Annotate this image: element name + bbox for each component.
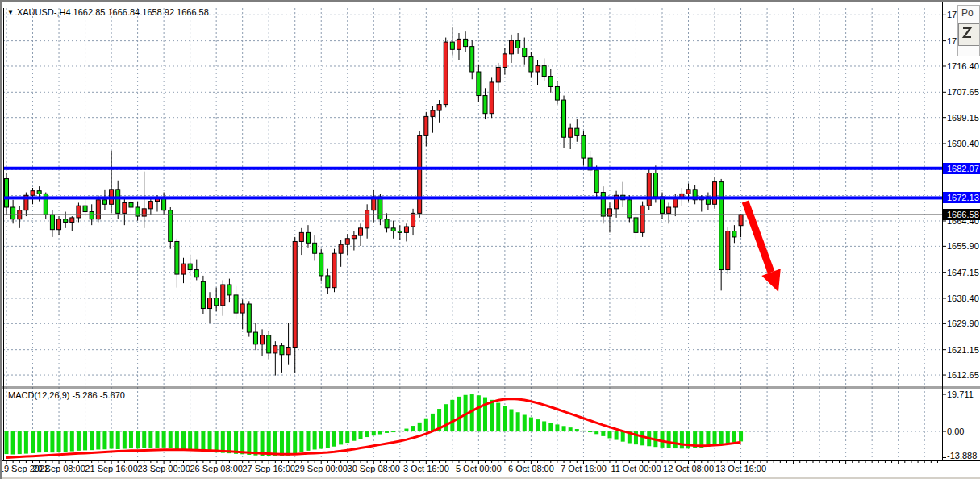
macd-scale-label: -13.888	[947, 451, 977, 460]
partial-popup: Po	[957, 5, 980, 56]
candle	[352, 235, 356, 239]
macd-histogram-bar	[529, 418, 533, 432]
macd-histogram-bar	[523, 415, 527, 432]
time-axis-label: 11 Oct 00:00	[611, 464, 661, 473]
price-axis-label: 1638.40	[947, 294, 979, 303]
price-axis-label: 1647.15	[947, 268, 979, 277]
candle	[424, 116, 428, 135]
time-axis-label: 30 Sep 08:00	[348, 464, 400, 473]
time-axis-label: 5 Oct 00:00	[456, 464, 502, 473]
macd-histogram-bar	[542, 421, 546, 431]
candle	[319, 253, 323, 276]
macd-histogram-bar	[208, 431, 212, 452]
candle	[175, 241, 179, 274]
time-axis-label: 23 Sep 00:00	[137, 464, 190, 473]
ohlc-high: 1666.84	[107, 7, 140, 17]
macd-histogram-bar	[615, 431, 619, 440]
candle	[37, 191, 41, 194]
candle	[11, 207, 15, 219]
macd-histogram-bar	[496, 403, 500, 431]
macd-histogram-bar	[37, 431, 41, 452]
macd-histogram-bar	[123, 431, 127, 448]
candle	[240, 304, 244, 313]
candle	[404, 227, 408, 232]
down-arrow-head[interactable]	[761, 269, 780, 292]
macd-histogram-bar	[136, 431, 140, 448]
macd-histogram-bar	[640, 431, 644, 445]
candle	[273, 346, 277, 353]
candle	[503, 54, 507, 68]
macd-histogram-bar	[273, 431, 277, 456]
candle	[83, 206, 87, 211]
ohlc-close: 1666.58	[177, 7, 209, 17]
macd-histogram-bar	[719, 431, 724, 444]
candle	[411, 213, 415, 227]
macd-histogram-bar	[286, 431, 290, 456]
macd-histogram-bar	[385, 431, 389, 433]
candle	[713, 182, 717, 205]
price-axis-label: 1655.90	[947, 241, 979, 251]
candle	[169, 210, 173, 242]
macd-histogram-bar	[398, 431, 402, 431]
candle	[555, 86, 559, 100]
candle	[234, 295, 238, 313]
macd-histogram-bar	[64, 431, 68, 452]
macd-histogram-bar	[680, 431, 684, 448]
macd-histogram-bar	[83, 431, 87, 450]
macd-histogram-bar	[345, 431, 349, 443]
horizontal-line-1672.13[interactable]	[3, 196, 942, 199]
horizontal-line-1682.07[interactable]	[3, 167, 942, 170]
macd-histogram-bar	[713, 431, 717, 446]
macd-histogram-bar	[431, 414, 435, 431]
macd-histogram-bar	[110, 431, 114, 448]
candle	[640, 206, 644, 232]
macd-histogram-bar	[142, 431, 146, 448]
candle	[306, 232, 310, 243]
symbol-dropdown-icon[interactable]: ▼	[7, 9, 14, 16]
macd-histogram-bar	[536, 419, 540, 431]
macd-histogram-bar	[739, 431, 743, 441]
macd-histogram-bar	[31, 431, 35, 453]
macd-histogram-bar	[77, 431, 81, 451]
candle	[102, 200, 106, 205]
macd-histogram-bar	[96, 431, 100, 449]
time-axis-label: 6 Oct 08:00	[508, 464, 554, 473]
macd-histogram-bar	[293, 431, 297, 454]
candle	[548, 77, 553, 87]
candle	[339, 244, 343, 253]
macd-histogram-bar	[18, 431, 22, 454]
candle	[378, 197, 382, 219]
macd-histogram-bar	[483, 398, 487, 431]
chart-canvas[interactable]	[2, 2, 980, 479]
price-axis-label: 1612.65	[947, 370, 979, 380]
macd-histogram-bar	[555, 424, 559, 431]
candle	[607, 209, 611, 216]
down-arrow-shaft[interactable]	[745, 202, 771, 273]
candle	[398, 231, 402, 233]
macd-histogram-bar	[116, 431, 120, 449]
macd-histogram-bar	[11, 431, 15, 454]
macd-histogram-bar	[510, 410, 514, 432]
candle	[299, 232, 303, 241]
macd-histogram-bar	[319, 431, 323, 448]
candle	[653, 173, 657, 198]
macd-histogram-bar	[667, 431, 671, 448]
macd-histogram-bar	[227, 431, 231, 453]
popup-button[interactable]	[958, 23, 980, 46]
macd-histogram-bar	[594, 431, 598, 434]
candle	[385, 219, 389, 228]
macd-histogram-bar	[601, 431, 605, 436]
candle	[569, 128, 573, 137]
macd-histogram-bar	[201, 431, 205, 452]
candle	[313, 243, 317, 253]
candle	[634, 218, 638, 232]
popup-partial-text: Po	[961, 7, 979, 19]
macd-histogram-bar	[391, 431, 395, 432]
candle	[542, 66, 546, 77]
macd-histogram-bar	[444, 404, 448, 431]
macd-histogram-bar	[621, 431, 625, 442]
macd-histogram-bar	[582, 431, 586, 431]
macd-histogram-bar	[326, 431, 330, 448]
macd-indicator-label: MACD(12,26,9) -5.286 -5.670	[8, 390, 125, 400]
candle	[208, 298, 212, 309]
